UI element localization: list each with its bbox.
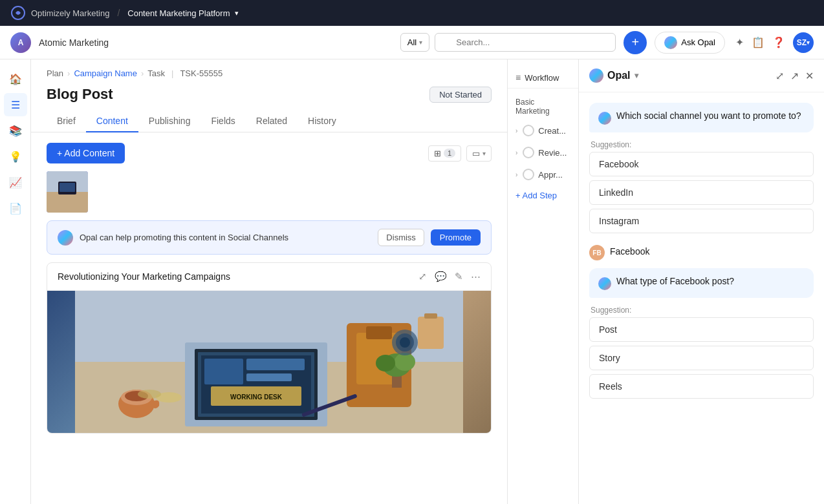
breadcrumb-plan[interactable]: Plan [47, 68, 63, 78]
user-avatar-chat: FB [589, 245, 605, 260]
step-chevron-icon-2: › [515, 149, 517, 156]
suggestion-instagram[interactable]: Instagram [589, 209, 814, 233]
tab-related[interactable]: Related [246, 110, 298, 132]
workflow-header: ≡ Workflow [508, 67, 578, 89]
tab-brief[interactable]: Brief [47, 110, 86, 132]
suggestion-reels[interactable]: Reels [589, 374, 814, 399]
org-name: Atomic Marketing [39, 37, 393, 48]
svg-point-31 [400, 337, 410, 348]
sidebar-item-ideas[interactable]: 💡 [4, 145, 27, 168]
opal-orb-icon [664, 36, 677, 49]
svg-rect-2 [47, 192, 88, 213]
expand-panel-icon[interactable]: ⤢ [775, 70, 784, 82]
share-icon[interactable]: ⤢ [418, 271, 427, 282]
sidebar-item-analytics[interactable]: 📈 [4, 171, 27, 194]
comment-icon[interactable]: 💬 [435, 271, 447, 282]
svg-rect-13 [246, 373, 292, 381]
sparkle-icon[interactable]: ✦ [735, 36, 744, 48]
article-image-svg: WORKING DESK [75, 291, 463, 433]
breadcrumb-sep-2: › [141, 68, 144, 78]
app-dropdown-icon[interactable]: ▾ [235, 9, 239, 17]
page-title: Blog Post [47, 86, 113, 103]
main-layout: 🏠 ☰ 📚 💡 📈 📄 Plan › Campaign Name › Task … [0, 59, 824, 504]
svg-text:WORKING DESK: WORKING DESK [230, 394, 283, 401]
content-thumbnail[interactable] [47, 171, 88, 213]
close-panel-icon[interactable]: ✕ [805, 70, 814, 82]
ai-question-1: Which social channel you want to promote… [616, 110, 805, 121]
tab-publishing[interactable]: Publishing [138, 110, 201, 132]
svg-rect-4 [60, 183, 75, 192]
workflow-panel: ≡ Workflow Basic Marketing › Creat... › … [507, 59, 578, 504]
help-icon[interactable]: ❓ [772, 36, 785, 48]
breadcrumb-task-id: TSK-55555 [180, 68, 222, 78]
suggestion-facebook[interactable]: Facebook [589, 152, 814, 176]
ai-question-2: What type of Facebook post? [616, 276, 805, 286]
thumbnail-grid [47, 171, 492, 213]
step-circle-icon-2 [523, 147, 534, 158]
article-actions: ⤢ 💬 ✎ ⋯ [418, 271, 481, 282]
step-label-approve: Appr... [538, 170, 563, 180]
columns-view-button[interactable]: ⊞ 1 [428, 145, 461, 162]
svg-point-25 [376, 355, 395, 372]
view-controls: ⊞ 1 ▭ ▾ [428, 145, 492, 162]
suggestion-story[interactable]: Story [589, 346, 814, 370]
more-options-icon[interactable]: ⋯ [471, 271, 481, 282]
user-avatar[interactable]: SZ ▾ [793, 32, 814, 53]
step-chevron-icon: › [515, 127, 517, 134]
opal-panel-orb-icon [589, 68, 603, 83]
sidebar-item-list[interactable]: ☰ [4, 93, 27, 116]
workflow-section-title: Basic Marketing [508, 94, 578, 120]
article-card: Revolutionizing Your Marketing Campaigns… [47, 262, 492, 434]
left-sidebar: 🏠 ☰ 📚 💡 📈 📄 [0, 59, 31, 504]
suggestion-post[interactable]: Post [589, 317, 814, 342]
search-container: All ▾ 🔍 [400, 33, 616, 52]
search-input[interactable] [435, 33, 616, 52]
step-label-create: Creat... [538, 126, 566, 136]
search-type-select[interactable]: All ▾ [400, 33, 429, 52]
suggestion-linkedin[interactable]: LinkedIn [589, 180, 814, 205]
tab-body: + Add Content ⊞ 1 ▭ ▾ [31, 132, 507, 504]
opal-panel-header: Opal ▾ ⤢ ↗ ✕ [579, 59, 824, 92]
content-count-badge: 1 [444, 149, 455, 158]
breadcrumb: Plan › Campaign Name › Task | TSK-55555 [31, 59, 507, 78]
tab-content[interactable]: Content [86, 110, 138, 132]
breadcrumb-campaign[interactable]: Campaign Name [74, 68, 137, 78]
article-card-header: Revolutionizing Your Marketing Campaigns… [47, 263, 491, 291]
edit-icon[interactable]: ✎ [455, 271, 463, 282]
opal-panel: Opal ▾ ⤢ ↗ ✕ Which social channel you wa… [578, 59, 824, 504]
single-col-icon: ▭ [472, 149, 480, 158]
workflow-step-approve[interactable]: › Appr... [508, 163, 578, 185]
svg-rect-33 [424, 313, 437, 319]
workflow-step-create[interactable]: › Creat... [508, 120, 578, 142]
toolbar-icons: ✦ 📋 ❓ [735, 36, 785, 48]
create-button[interactable]: + [623, 31, 647, 54]
add-step-button[interactable]: + Add Step [508, 185, 578, 205]
status-badge[interactable]: Not Started [429, 87, 492, 103]
org-brand: Optimizely Marketing [31, 8, 109, 18]
thumbnail-image [47, 171, 88, 213]
add-content-bar: + Add Content ⊞ 1 ▭ ▾ [47, 143, 492, 163]
svg-point-27 [138, 390, 161, 399]
opal-dropdown-icon[interactable]: ▾ [634, 71, 638, 80]
step-circle-icon-3 [523, 169, 534, 180]
promote-button[interactable]: Promote [431, 229, 481, 246]
sidebar-item-pages[interactable]: 📄 [4, 196, 27, 220]
page-header: Blog Post Not Started [31, 78, 507, 103]
chat-message-ai-2: What type of Facebook post? [589, 268, 814, 298]
step-chevron-icon-3: › [515, 171, 517, 178]
add-content-button[interactable]: + Add Content [47, 143, 125, 163]
clipboard-icon[interactable]: 📋 [752, 36, 764, 48]
tab-history[interactable]: History [298, 110, 347, 132]
app-name[interactable]: Content Marketing Platform ▾ [127, 8, 238, 18]
dismiss-button[interactable]: Dismiss [378, 229, 424, 246]
workflow-step-review[interactable]: › Revie... [508, 142, 578, 163]
single-view-button[interactable]: ▭ ▾ [466, 145, 492, 162]
tab-fields[interactable]: Fields [201, 110, 245, 132]
opal-banner-orb [58, 230, 73, 246]
ai-orb-2 [598, 277, 611, 290]
select-chevron-icon: ▾ [419, 39, 422, 46]
sidebar-item-home[interactable]: 🏠 [4, 67, 27, 90]
export-icon[interactable]: ↗ [790, 70, 799, 82]
ask-opal-button[interactable]: Ask Opal [655, 32, 725, 54]
sidebar-item-library[interactable]: 📚 [4, 119, 27, 142]
